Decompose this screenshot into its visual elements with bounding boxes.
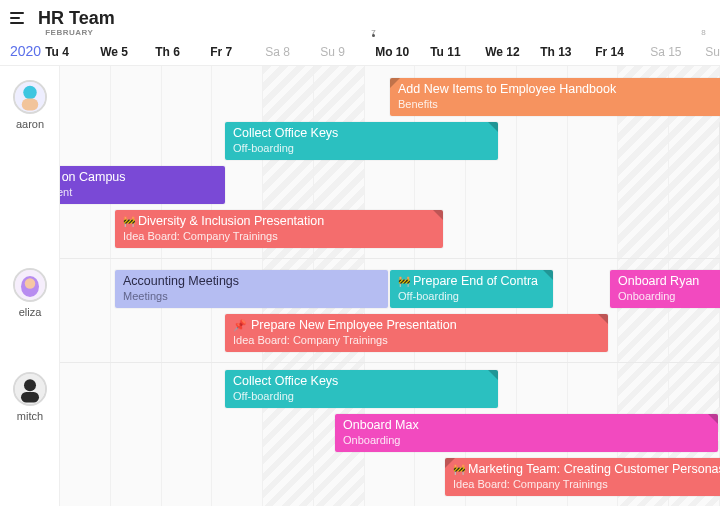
day-header[interactable]: We 5 [96, 30, 151, 65]
barrier-icon: 🚧 [123, 216, 134, 227]
fold-icon [708, 414, 718, 424]
task-title: 🚧Marketing Team: Creating Customer Perso… [453, 462, 720, 478]
task-bar-marketing[interactable]: 🚧Marketing Team: Creating Customer Perso… [445, 458, 720, 496]
task-subtitle: Benefits [398, 98, 720, 112]
task-title: 📌Prepare New Employee Presentation [233, 318, 600, 334]
svg-point-5 [25, 278, 36, 289]
menu-icon[interactable] [10, 9, 28, 27]
task-bar-acct[interactable]: Accounting MeetingsMeetings [115, 270, 388, 308]
svg-point-7 [24, 379, 36, 391]
member-mitch[interactable]: mitch [0, 366, 60, 422]
title-bar: HR Team [0, 0, 720, 30]
task-bar-handbook[interactable]: Add New Items to Employee HandbookBenefi… [390, 78, 720, 116]
day-header[interactable]: Sa 15 [646, 30, 701, 65]
task-subtitle: Idea Board: Company Trainings [123, 230, 435, 244]
task-title: 🚧Diversity & Inclusion Presentation [123, 214, 435, 230]
day-header[interactable]: Sa 8 [261, 30, 316, 65]
day-header[interactable]: Su 9 [316, 30, 371, 65]
grid-column [60, 66, 111, 506]
task-subtitle: Idea Board: Company Trainings [453, 478, 720, 492]
task-title: Collect Office Keys [233, 374, 490, 390]
fold-icon [390, 78, 400, 88]
day-header[interactable]: Th 6 [151, 30, 206, 65]
avatar [13, 80, 47, 114]
month-label: FEBRUARY [45, 28, 93, 37]
task-title: 🚧Prepare End of Contra [398, 274, 545, 290]
fold-icon [445, 458, 455, 468]
task-bar-newemp[interactable]: 📌Prepare New Employee PresentationIdea B… [225, 314, 608, 352]
day-header[interactable]: Fr 14 [591, 30, 646, 65]
swimlane-divider [60, 362, 720, 363]
avatar [13, 268, 47, 302]
task-title: Onboard Max [343, 418, 710, 434]
task-subtitle: Idea Board: Company Trainings [233, 334, 600, 348]
task-title: Job Fair on Campus [60, 170, 217, 186]
fold-icon [488, 122, 498, 132]
svg-point-1 [23, 86, 37, 100]
task-bar-jobfair[interactable]: Job Fair on CampusRecruitment [60, 166, 225, 204]
timeline-header: 2020 Tu 4FEBRUARYWe 5Th 6Fr 7Sa 8Su 9Mo … [0, 30, 720, 66]
fold-icon [598, 314, 608, 324]
task-title: Onboard Ryan [618, 274, 720, 290]
day-header[interactable]: Tu 11 [426, 30, 481, 65]
pin-icon: 📌 [233, 319, 247, 331]
task-bar-diversity[interactable]: 🚧Diversity & Inclusion PresentationIdea … [115, 210, 443, 248]
member-name: eliza [19, 306, 42, 318]
task-bar-keys2[interactable]: Collect Office KeysOff-boarding [225, 370, 498, 408]
member-eliza[interactable]: eliza [0, 262, 60, 318]
svg-rect-2 [22, 99, 39, 111]
task-subtitle: Off-boarding [233, 390, 490, 404]
day-header[interactable]: We 12 [481, 30, 536, 65]
svg-rect-8 [21, 392, 39, 403]
fold-icon [433, 210, 443, 220]
year-label[interactable]: 2020 [0, 30, 41, 65]
swimlane-divider [60, 258, 720, 259]
day-columns-header: Tu 4FEBRUARYWe 5Th 6Fr 7Sa 8Su 9Mo 107Tu… [41, 30, 720, 65]
task-title: Add New Items to Employee Handbook [398, 82, 720, 98]
fold-icon [488, 370, 498, 380]
week-number: 8 [701, 28, 705, 37]
page-title: HR Team [38, 8, 115, 29]
fold-icon [543, 270, 553, 280]
day-header[interactable]: Fr 7 [206, 30, 261, 65]
avatar [13, 372, 47, 406]
task-bar-endcontract[interactable]: 🚧Prepare End of ContraOff-boarding [390, 270, 553, 308]
member-name: aaron [16, 118, 44, 130]
task-subtitle: Off-boarding [398, 290, 545, 304]
task-subtitle: Meetings [123, 290, 380, 304]
task-subtitle: Onboarding [618, 290, 720, 304]
task-bar-keys1[interactable]: Collect Office KeysOff-boarding [225, 122, 498, 160]
member-name: mitch [17, 410, 43, 422]
task-subtitle: Off-boarding [233, 142, 490, 156]
task-bar-onboardmax[interactable]: Onboard MaxOnboarding [335, 414, 718, 452]
day-header[interactable]: Th 13 [536, 30, 591, 65]
task-subtitle: Recruitment [60, 186, 217, 200]
member-sidebar: aaronelizamitch [0, 66, 60, 506]
task-title: Accounting Meetings [123, 274, 380, 290]
task-title: Collect Office Keys [233, 126, 490, 142]
barrier-icon: 🚧 [398, 276, 409, 287]
timeline-body: aaronelizamitch Add New Items to Employe… [0, 66, 720, 506]
timeline-lane-area[interactable]: Add New Items to Employee HandbookBenefi… [60, 66, 720, 506]
day-header[interactable]: Su 168 [701, 30, 720, 65]
day-header[interactable]: Tu 4FEBRUARY [41, 30, 96, 65]
task-subtitle: Onboarding [343, 434, 710, 448]
member-aaron[interactable]: aaron [0, 74, 60, 130]
day-header[interactable]: Mo 107 [371, 30, 426, 65]
task-bar-onboardryan[interactable]: Onboard RyanOnboarding [610, 270, 720, 308]
